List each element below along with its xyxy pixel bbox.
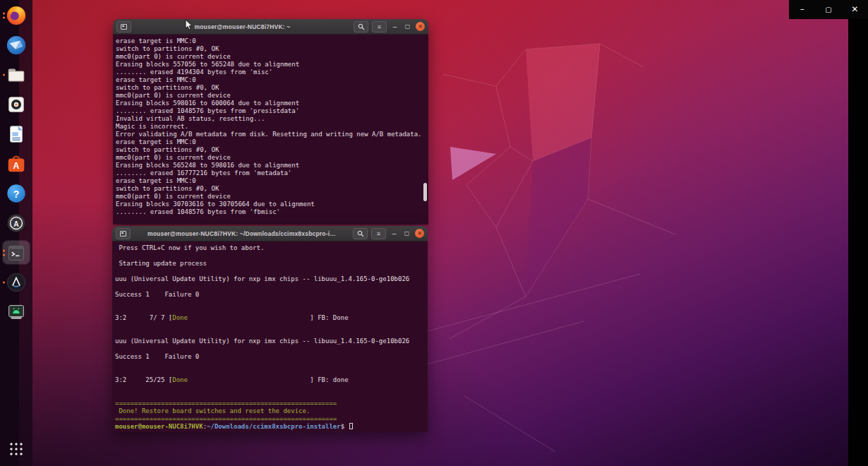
dock-item-android-emulator[interactable] [3, 300, 30, 323]
terminal-line [115, 345, 426, 353]
terminal-window-1: mouser@mouser-NUC8i7HVK: ~ ≡ – ▢ ✕ erase… [113, 19, 428, 225]
terminal-line: Press CTRL+C now if you wish to abort. [115, 244, 426, 252]
terminal-line: switch to partitions #0, OK [116, 185, 427, 193]
files-folder-icon [6, 64, 27, 85]
terminal-line: erase target is MMC:0 [116, 76, 427, 84]
dock-item-libreoffice-writer[interactable] [3, 122, 30, 145]
window-close-button[interactable]: ✕ [415, 229, 424, 238]
terminal-line: Done! Restore board switches and reset t… [115, 407, 426, 415]
window-close-button[interactable]: ✕ [416, 22, 425, 31]
terminal1-scrollbar-thumb[interactable] [423, 183, 427, 201]
terminal2-output[interactable]: Press CTRL+C now if you wish to abort. S… [112, 241, 428, 432]
terminal1-headerbar[interactable]: mouser@mouser-NUC8i7HVK: ~ ≡ – ▢ ✕ [113, 19, 428, 35]
window-minimize-button[interactable]: – [390, 228, 399, 239]
menu-button[interactable]: ≡ [372, 21, 387, 32]
new-tab-button[interactable] [116, 228, 131, 239]
screen: – ▢ ✕ [0, 0, 868, 466]
writer-document-icon [6, 124, 27, 145]
terminal-line [115, 268, 426, 275]
terminal-line: Erasing blocks 565248 to 598016 due to a… [116, 162, 427, 169]
terminal-line: erase target is MMC:0 [116, 138, 427, 146]
terminal-line: mmc0(part 0) is current device [116, 92, 427, 100]
terminal-line: Erasing blocks 598016 to 600064 due to a… [116, 100, 427, 107]
host-window-controls: – ▢ ✕ [789, 0, 868, 19]
dock-item-thunderbird[interactable] [3, 33, 30, 56]
terminal-line [115, 361, 426, 369]
firefox-icon [6, 5, 27, 26]
terminal-line: Invalid virtual AB status, resetting... [116, 115, 427, 123]
terminal2-headerbar[interactable]: mouser@mouser-NUC8i7HVK: ~/Downloads/cci… [112, 226, 428, 241]
window-minimize-button[interactable]: – [390, 21, 399, 32]
search-icon [358, 23, 365, 30]
hamburger-menu-icon: ≡ [377, 230, 380, 237]
rhythmbox-icon [6, 94, 27, 115]
terminal-line: erase target is MMC:0 [116, 177, 427, 185]
terminal-line [115, 384, 426, 392]
search-button[interactable] [354, 21, 368, 32]
terminal-line: 3:2 25/25 [Done ] FB: done [115, 376, 426, 384]
terminal-line: Magic is incorrect. [116, 123, 427, 131]
terminal2-title: mouser@mouser-NUC8i7HVK: ~/Downloads/cci… [134, 230, 349, 237]
host-minimize-button[interactable]: – [795, 0, 809, 19]
mouse-cursor [185, 19, 193, 30]
terminal-line: ........ erased 16777216 bytes from 'met… [116, 169, 427, 177]
dock-item-firefox[interactable] [3, 4, 30, 27]
terminal-line: ........ erased 1048576 bytes from 'fbmi… [116, 208, 427, 216]
dock-item-ubuntu-software[interactable]: A [3, 152, 30, 175]
dock-item-files[interactable] [3, 63, 30, 86]
thunderbird-icon [6, 35, 27, 56]
terminal-line: uuu (Universal Update Utility) for nxp i… [115, 337, 426, 345]
ubuntu-software-icon: A [6, 153, 27, 174]
help-icon: ? [6, 183, 27, 204]
terminal-line: ========================================… [115, 415, 426, 423]
terminal-line: mmc0(part 0) is current device [116, 53, 427, 61]
dock-item-show-applications[interactable] [3, 437, 30, 460]
dock-item-help[interactable]: ? [3, 181, 30, 205]
terminal-line: ========================================… [115, 400, 426, 407]
show-applications-grid-icon [8, 441, 24, 457]
search-button[interactable] [353, 228, 368, 239]
terminal-line [115, 252, 426, 260]
terminal-line: Erasing blocks 30703616 to 30705664 due … [116, 201, 427, 208]
terminal-line [115, 322, 426, 330]
window-maximize-button[interactable]: ▢ [402, 228, 411, 239]
terminal-line [115, 369, 426, 376]
terminal-line: 3:2 7/ 7 [Done ] FB: Done [115, 314, 426, 322]
terminal-line [115, 392, 426, 400]
hamburger-menu-icon: ≡ [378, 23, 381, 30]
terminal-line: mouser@mouser-NUC8i7HVK:~/Downloads/ccim… [115, 423, 426, 431]
terminal1-output[interactable]: erase target is MMC:0switch to partition… [113, 35, 428, 225]
host-maximize-button[interactable]: ▢ [821, 0, 836, 19]
terminal-line: ........ erased 1048576 bytes from 'pres… [116, 107, 427, 115]
new-tab-button[interactable] [116, 21, 131, 32]
terminal-line [115, 330, 426, 337]
new-tab-icon [121, 24, 127, 30]
terminal-line [115, 283, 426, 291]
menu-button[interactable]: ≡ [371, 228, 386, 239]
svg-text:?: ? [13, 188, 20, 199]
terminal-line: ........ erased 4194304 bytes from 'misc… [116, 68, 427, 76]
terminal-line: switch to partitions #0, OK [116, 84, 427, 92]
svg-text:A: A [13, 160, 20, 170]
terminal-line: mmc0(part 0) is current device [116, 154, 427, 162]
running-indicator-dots [3, 281, 5, 283]
letterbox-right [848, 0, 868, 466]
terminal-cursor [349, 423, 353, 429]
dock-item-ide[interactable] [3, 270, 30, 294]
terminal-line [115, 306, 426, 314]
dock-item-rhythmbox[interactable] [3, 92, 30, 116]
terminal1-title: mouser@mouser-NUC8i7HVK: ~ [135, 23, 350, 30]
terminal-line: switch to partitions #0, OK [116, 45, 427, 53]
window-maximize-button[interactable]: ▢ [403, 21, 412, 32]
terminal-line: Starting update process [115, 260, 426, 268]
software-updates-icon: A [6, 213, 27, 234]
ide-icon [6, 272, 27, 293]
dock: A ? A [0, 0, 32, 466]
host-close-button[interactable]: ✕ [848, 0, 862, 19]
terminal-line: Erasing blocks 557056 to 565248 due to a… [116, 61, 427, 68]
dock-item-software-updates[interactable]: A [3, 211, 30, 234]
running-indicator-dots [3, 73, 5, 76]
terminal-line: Success 1 Failure 0 [115, 353, 426, 361]
terminal-line: Error validating A/B metadata from disk.… [116, 131, 427, 138]
dock-item-terminal[interactable] [3, 241, 30, 264]
